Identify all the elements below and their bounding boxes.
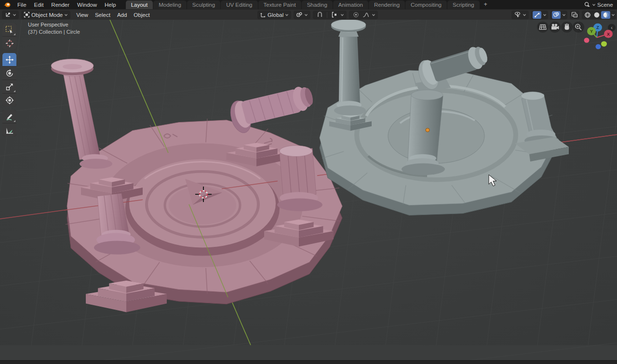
visibility-pointer-icon — [514, 12, 521, 18]
rotate-icon — [5, 69, 14, 78]
menu-select[interactable]: Select — [92, 11, 114, 19]
tool-cursor[interactable] — [2, 37, 16, 50]
viewport-3d[interactable]: ‹ Z Y X User Perspective (37) Collect — [0, 20, 617, 360]
menu-render[interactable]: Render — [47, 0, 73, 9]
show-overlays-toggle[interactable] — [552, 11, 561, 19]
object-mode-icon — [24, 12, 30, 18]
shading-material-preview-button[interactable] — [601, 11, 610, 19]
scene-name: Scene — [597, 2, 613, 8]
tab-modeling[interactable]: Modeling — [153, 0, 187, 9]
add-workspace-button[interactable]: + — [480, 0, 491, 9]
gizmo-arrow-icon — [534, 12, 540, 18]
menu-view[interactable]: View — [73, 11, 92, 19]
shading-wireframe-button[interactable] — [583, 11, 592, 19]
proportional-editing-toggle[interactable] — [351, 11, 360, 19]
tool-scale[interactable] — [2, 80, 16, 93]
hand-icon — [565, 24, 569, 30]
chevron-down-icon — [592, 3, 596, 6]
mode-label: Object Mode — [31, 12, 63, 18]
magnet-icon — [317, 12, 323, 18]
tool-annotate[interactable] — [2, 110, 16, 123]
transform-icon — [5, 96, 14, 105]
falloff-curve-icon — [362, 12, 369, 18]
menu-help[interactable]: Help — [101, 0, 120, 9]
tab-layout[interactable]: Layout — [126, 0, 153, 9]
gizmo-minus-y-ball[interactable] — [601, 41, 607, 46]
toggle-xray[interactable] — [570, 11, 579, 19]
tab-rendering[interactable]: Rendering — [369, 0, 405, 9]
solid-sphere-icon — [593, 12, 600, 18]
camera-view-button[interactable] — [549, 22, 561, 33]
pivot-point-selector[interactable] — [294, 11, 310, 19]
pivot-point-icon — [296, 12, 303, 18]
chevron-down-icon — [372, 13, 376, 16]
tab-uv-editing[interactable]: UV Editing — [221, 0, 257, 9]
object-origin-dot — [426, 128, 429, 132]
viewport-shading-group — [582, 11, 616, 19]
tab-sculpting[interactable]: Sculpting — [187, 0, 220, 9]
transform-orientation-selector[interactable]: Global — [257, 11, 291, 19]
menu-add[interactable]: Add — [114, 11, 130, 19]
gizmo-x-label: X — [607, 32, 610, 37]
tab-texture-paint[interactable]: Texture Paint — [258, 0, 301, 9]
gizmo-z-label: Z — [596, 26, 599, 30]
object-visibility-selector[interactable] — [511, 11, 529, 19]
measure-icon — [5, 126, 14, 135]
chevron-down-icon — [611, 13, 615, 16]
shading-solid-button[interactable] — [592, 11, 601, 19]
tab-animation[interactable]: Animation — [333, 0, 368, 9]
select-box-icon — [5, 26, 13, 34]
sidebar-toggle-label: ‹ — [611, 25, 613, 30]
tool-move[interactable] — [2, 53, 16, 66]
snap-settings[interactable] — [330, 11, 339, 19]
status-bar — [0, 360, 617, 364]
scene-selector[interactable]: Scene — [581, 0, 617, 9]
overlays-icon — [553, 12, 560, 18]
tool-measure[interactable] — [2, 123, 16, 136]
snapping-controls — [313, 11, 347, 19]
tab-compositing[interactable]: Compositing — [405, 0, 447, 9]
zoom-view-button[interactable] — [573, 22, 584, 33]
chevron-down-icon — [285, 13, 289, 16]
snap-magnet-toggle[interactable] — [315, 11, 324, 19]
gizmo-minus-z-ball[interactable] — [596, 44, 601, 49]
pan-view-button[interactable] — [561, 22, 573, 33]
wireframe-sphere-icon — [584, 12, 591, 18]
tool-rotate[interactable] — [2, 67, 16, 80]
chevron-down-icon — [340, 13, 344, 16]
topbar: File Edit Render Window Help Layout Mode… — [0, 0, 617, 9]
show-gizmo-toggle[interactable] — [533, 11, 541, 19]
overlays-controls — [550, 11, 567, 19]
xray-icon — [571, 12, 578, 18]
editor-3d-viewport-icon — [4, 12, 11, 18]
workspace-tabs: Layout Modeling Sculpting UV Editing Tex… — [126, 0, 491, 9]
blender-window: File Edit Render Window Help Layout Mode… — [0, 0, 617, 364]
toggle-perspective-button[interactable] — [537, 22, 549, 33]
chevron-down-icon — [543, 13, 547, 16]
mode-selector[interactable]: Object Mode — [21, 11, 70, 19]
gizmo-minus-x-ball[interactable] — [584, 38, 590, 42]
orientation-label: Global — [268, 12, 283, 18]
tool-shelf — [2, 23, 16, 136]
tool-select-box[interactable] — [2, 23, 16, 36]
proportional-dot-icon — [353, 12, 359, 18]
gizmo-y-label: Y — [590, 29, 593, 34]
move-icon — [5, 55, 14, 64]
tab-shading[interactable]: Shading — [302, 0, 333, 9]
proportional-falloff-selector[interactable] — [362, 11, 370, 19]
scene-icon — [584, 1, 590, 8]
menu-edit[interactable]: Edit — [30, 0, 48, 9]
menu-window[interactable]: Window — [73, 0, 101, 9]
chevron-down-icon — [562, 13, 566, 16]
viewport-header: Object Mode View Select Add Object Globa… — [0, 9, 617, 20]
annotate-pen-icon — [5, 112, 14, 121]
editor-type-selector[interactable] — [2, 11, 19, 19]
tab-scripting[interactable]: Scripting — [447, 0, 480, 9]
tool-transform[interactable] — [2, 94, 16, 107]
proportional-editing-controls — [349, 11, 378, 19]
blender-logo-icon[interactable] — [0, 0, 13, 9]
material-sphere-icon — [603, 12, 609, 18]
menu-file[interactable]: File — [13, 0, 30, 9]
menu-object[interactable]: Object — [130, 11, 153, 19]
viewport-collection-label: (37) Collection | Circle — [28, 29, 80, 35]
